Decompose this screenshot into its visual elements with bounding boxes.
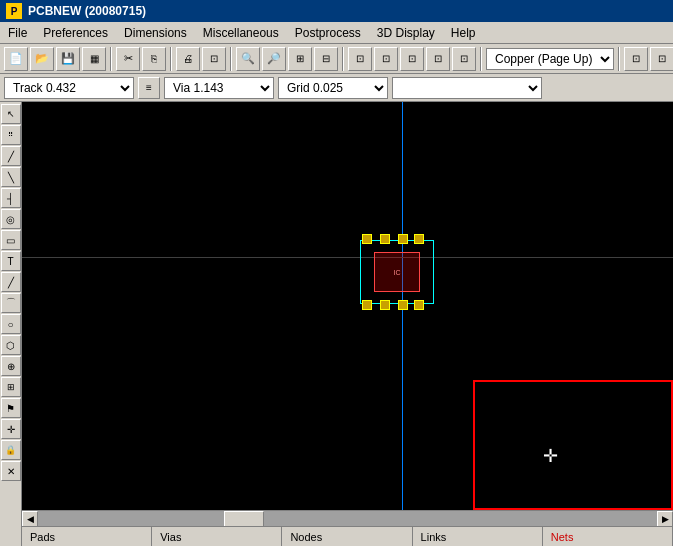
sep4 (342, 47, 344, 71)
content-area: ↖ ⠿ ╱ ╲ ┤ ◎ ▭ T ╱ ⌒ ○ ⬡ ⊕ ⊞ ⚑ ✛ 🔒 ✕ (0, 102, 673, 546)
dots-tool[interactable]: ⠿ (1, 125, 21, 145)
right-section: IC ✛ ◀ ▶ (22, 102, 673, 546)
new-button[interactable]: 📄 (4, 47, 28, 71)
delete-tool[interactable]: ✕ (1, 461, 21, 481)
app-window: P PCBNEW (20080715) File Preferences Dim… (0, 0, 673, 546)
component-label: IC (394, 269, 401, 276)
status-nodes: Nodes (282, 527, 412, 546)
pad-tr1 (398, 234, 408, 244)
route-tool1[interactable]: ╱ (1, 146, 21, 166)
sep2 (170, 47, 172, 71)
move-tool[interactable]: ✛ (1, 419, 21, 439)
print-button[interactable]: 🖨 (176, 47, 200, 71)
menu-preferences[interactable]: Preferences (35, 22, 116, 43)
scroll-thumb[interactable] (224, 511, 264, 527)
sep1 (110, 47, 112, 71)
archive-button[interactable]: ▦ (82, 47, 106, 71)
gray-guideline (22, 257, 673, 258)
route-tool2[interactable]: ╲ (1, 167, 21, 187)
menu-file[interactable]: File (0, 22, 35, 43)
status-nets: Nets (543, 527, 673, 546)
title-bar: P PCBNEW (20080715) (0, 0, 673, 22)
pad-br2 (414, 300, 424, 310)
add-line-tool[interactable]: ╱ (1, 272, 21, 292)
menu-3d-display[interactable]: 3D Display (369, 22, 443, 43)
layer-select[interactable]: Copper (Page Up) (486, 48, 614, 70)
menu-postprocess[interactable]: Postprocess (287, 22, 369, 43)
add-circle-tool[interactable]: ○ (1, 314, 21, 334)
tool-c[interactable]: ⊡ (400, 47, 424, 71)
menu-miscellaneous[interactable]: Miscellaneous (195, 22, 287, 43)
pcb-boundary-rect (473, 380, 673, 510)
sep3 (230, 47, 232, 71)
tool-b[interactable]: ⊡ (374, 47, 398, 71)
scroll-right-button[interactable]: ▶ (657, 511, 673, 527)
main-toolbar: 📄 📂 💾 ▦ ✂ ⎘ 🖨 ⊡ 🔍 🔎 ⊞ ⊟ ⊡ ⊡ ⊡ ⊡ ⊡ Copper… (0, 44, 673, 74)
add-module-tool[interactable]: ⊕ (1, 356, 21, 376)
pad-tl (362, 234, 372, 244)
add-polygon-tool[interactable]: ⬡ (1, 335, 21, 355)
pcb-component: IC (352, 232, 442, 312)
sep6 (618, 47, 620, 71)
tool-d[interactable]: ⊡ (426, 47, 450, 71)
ratsnest-tool[interactable]: ⊞ (1, 377, 21, 397)
cursor-crosshair: ✛ (543, 447, 558, 465)
menu-bar: File Preferences Dimensions Miscellaneou… (0, 22, 673, 44)
zoom-redraw-button[interactable]: ⊟ (314, 47, 338, 71)
pad-tr2 (414, 234, 424, 244)
add-via-tool[interactable]: ◎ (1, 209, 21, 229)
add-text-tool[interactable]: T (1, 251, 21, 271)
pad-tm (380, 234, 390, 244)
via-select[interactable]: Via 1.143 (164, 77, 274, 99)
status-links: Links (413, 527, 543, 546)
app-icon: P (6, 3, 22, 19)
left-toolbar: ↖ ⠿ ╱ ╲ ┤ ◎ ▭ T ╱ ⌒ ○ ⬡ ⊕ ⊞ ⚑ ✛ 🔒 ✕ (0, 102, 22, 546)
tool-e[interactable]: ⊡ (452, 47, 476, 71)
status-bar: Pads Vias Nodes Links Nets (22, 526, 673, 546)
tool-g[interactable]: ⊡ (650, 47, 673, 71)
pad-bm (380, 300, 390, 310)
status-vias: Vias (152, 527, 282, 546)
copy-button[interactable]: ⎘ (142, 47, 166, 71)
save-button[interactable]: 💾 (56, 47, 80, 71)
sep5 (480, 47, 482, 71)
grid-select[interactable]: Grid 0.025 (278, 77, 388, 99)
track-btn[interactable]: ≡ (138, 77, 160, 99)
status-pads: Pads (22, 527, 152, 546)
tool-f[interactable]: ⊡ (624, 47, 648, 71)
add-track-tool[interactable]: ┤ (1, 188, 21, 208)
canvas-area[interactable]: IC ✛ (22, 102, 673, 510)
drc-tool[interactable]: ⚑ (1, 398, 21, 418)
zoom-out-button[interactable]: 🔎 (262, 47, 286, 71)
add-arc-tool[interactable]: ⌒ (1, 293, 21, 313)
zoom-in-button[interactable]: 🔍 (236, 47, 260, 71)
track-select[interactable]: Track 0.432 (4, 77, 134, 99)
dropdown-bar: Track 0.432 ≡ Via 1.143 Grid 0.025 (0, 74, 673, 102)
zoom-fit-button[interactable]: ⊞ (288, 47, 312, 71)
window-title: PCBNEW (20080715) (28, 4, 146, 18)
select-tool[interactable]: ↖ (1, 104, 21, 124)
menu-help[interactable]: Help (443, 22, 484, 43)
print2-button[interactable]: ⊡ (202, 47, 226, 71)
horizontal-scrollbar[interactable]: ◀ ▶ (22, 510, 673, 526)
lock-tool[interactable]: 🔒 (1, 440, 21, 460)
scroll-left-button[interactable]: ◀ (22, 511, 38, 527)
scroll-track[interactable] (38, 511, 657, 527)
add-zone-tool[interactable]: ▭ (1, 230, 21, 250)
canvas-scroll-area: IC ✛ ◀ ▶ (22, 102, 673, 526)
cut-button[interactable]: ✂ (116, 47, 140, 71)
pad-bl (362, 300, 372, 310)
menu-dimensions[interactable]: Dimensions (116, 22, 195, 43)
layer2-select[interactable] (392, 77, 542, 99)
tool-a[interactable]: ⊡ (348, 47, 372, 71)
pcb-body: IC (374, 252, 420, 292)
pad-br1 (398, 300, 408, 310)
open-button[interactable]: 📂 (30, 47, 54, 71)
